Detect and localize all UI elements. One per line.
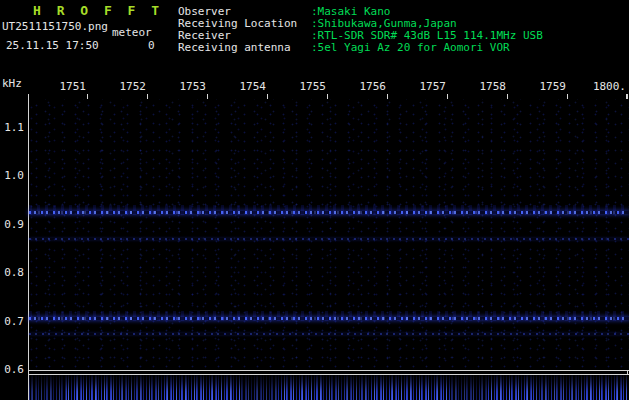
signal-band-0_68khz	[29, 333, 629, 335]
echo-count: 0	[148, 40, 155, 52]
x-tick-label: 1755	[280, 81, 326, 93]
x-tick-label: 1754	[220, 81, 266, 93]
observation-datetime: 25.11.15 17:50	[6, 40, 99, 52]
x-tick-label: 1800.	[580, 81, 626, 93]
x-tick-label: 1752	[100, 81, 146, 93]
station-name: meteor	[112, 27, 152, 39]
app-title: H R O F F T	[33, 5, 163, 17]
hrofft-output: H R O F F T UT2511151750.png meteor 25.1…	[0, 0, 629, 400]
output-filename: UT2511151750.png	[2, 21, 108, 33]
x-tick-label: 1758	[460, 81, 506, 93]
y-axis-unit: kHz	[2, 78, 22, 90]
x-tick-label: 1759	[520, 81, 566, 93]
y-tick-label: 0.6	[2, 364, 24, 376]
y-tick-label: 0.9	[2, 219, 24, 231]
y-tick-label: 0.7	[2, 316, 24, 328]
x-tick-label: 1757	[400, 81, 446, 93]
signal-band-0_71khz	[29, 317, 629, 320]
signal-band-0_87khz	[29, 238, 629, 240]
spectrogram	[29, 99, 629, 370]
y-tick-label: 1.1	[2, 122, 24, 134]
x-tick-label: 1753	[160, 81, 206, 93]
info-value-antenna: :5el Yagi Az 20 for Aomori VOR	[311, 42, 510, 54]
plot-baseline	[28, 370, 629, 371]
x-tick-label: 1756	[340, 81, 386, 93]
signal-band-0_93khz	[29, 211, 629, 214]
y-tick-label: 1.0	[2, 170, 24, 182]
x-tick-label: 1751	[40, 81, 86, 93]
y-tick-label: 0.8	[2, 267, 24, 279]
signal-level-strip	[29, 375, 629, 400]
info-label-antenna: Receiving antenna	[178, 42, 291, 54]
